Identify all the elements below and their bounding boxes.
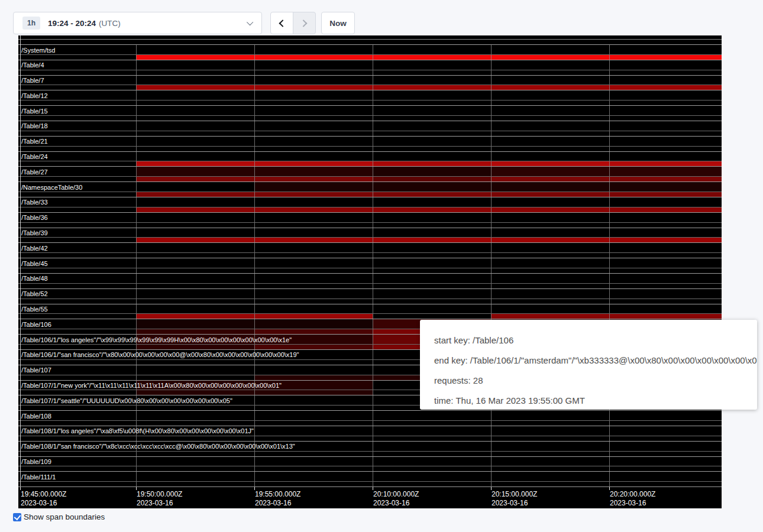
heatmap-cell[interactable] [136,106,254,115]
heatmap-cell[interactable] [254,106,373,115]
heatmap-cell[interactable] [136,268,254,273]
heatmap-cell[interactable] [491,177,609,181]
heatmap-cell[interactable] [491,137,609,146]
heatmap-cell[interactable] [491,90,609,100]
heatmap-cell[interactable] [491,213,609,222]
heatmap-cell[interactable] [18,238,136,242]
heatmap-cell[interactable] [609,426,722,436]
heatmap-cell[interactable] [254,192,373,197]
heatmap-cell[interactable] [254,274,373,283]
heatmap-cell[interactable] [136,55,254,60]
heatmap-cell[interactable] [609,116,722,121]
heatmap-cell[interactable] [254,482,373,486]
heatmap-cell[interactable] [254,116,373,121]
heatmap-cell[interactable] [254,284,373,288]
heatmap-cell[interactable] [254,243,373,252]
heatmap-cell[interactable] [373,314,491,319]
heatmap-cell[interactable] [136,421,254,426]
heatmap-cell[interactable] [373,207,491,212]
heatmap-cell[interactable] [254,314,373,319]
heatmap-cell[interactable] [609,421,722,426]
heatmap-cell[interactable] [373,213,491,222]
heatmap-cell[interactable] [18,329,136,334]
heatmap-cell[interactable] [18,177,136,181]
heatmap-cell[interactable] [18,406,136,410]
heatmap-cell[interactable] [136,85,254,90]
heatmap-cell[interactable] [254,161,373,166]
heatmap-cell[interactable] [254,45,373,54]
heatmap-cell[interactable] [609,253,722,258]
heatmap-cell[interactable] [609,452,722,456]
heatmap-cell[interactable] [136,152,254,161]
heatmap-cell[interactable] [136,274,254,283]
heatmap-cell[interactable] [136,100,254,105]
heatmap-cell[interactable] [136,45,254,54]
heatmap-cell[interactable] [136,213,254,222]
heatmap-cell[interactable] [373,223,491,228]
heatmap-cell[interactable] [373,268,491,273]
heatmap-cell[interactable] [136,436,254,441]
heatmap-cell[interactable] [373,76,491,85]
heatmap-cell[interactable] [254,426,373,436]
heatmap-cell[interactable] [491,182,609,192]
heatmap-cell[interactable] [491,457,609,466]
heatmap-cell[interactable] [491,472,609,481]
heatmap-cell[interactable] [609,289,722,299]
heatmap-cell[interactable] [254,147,373,151]
heatmap-cell[interactable] [373,147,491,151]
heatmap-cell[interactable] [254,299,373,304]
heatmap-cell[interactable] [254,452,373,456]
heatmap-cell[interactable] [373,197,491,207]
heatmap-cell[interactable] [136,253,254,258]
heatmap-cell[interactable] [373,426,491,436]
heatmap-cell[interactable] [373,90,491,100]
heatmap-cell[interactable] [373,152,491,161]
heatmap-cell[interactable] [136,482,254,486]
heatmap-cell[interactable] [136,319,254,329]
heatmap-cell[interactable] [609,442,722,451]
heatmap-cell[interactable] [491,238,609,242]
heatmap-cell[interactable] [254,100,373,105]
heatmap-cell[interactable] [136,167,254,176]
heatmap-cell[interactable] [254,223,373,228]
heatmap-cell[interactable] [254,137,373,146]
heatmap-cell[interactable] [609,121,722,131]
heatmap-cell[interactable] [136,137,254,146]
heatmap-cell[interactable] [491,55,609,60]
heatmap-cell[interactable] [136,365,254,375]
heatmap-cell[interactable] [254,436,373,441]
now-button[interactable]: Now [321,12,355,34]
heatmap-cell[interactable] [136,299,254,304]
heatmap-cell[interactable] [373,70,491,75]
heatmap-cell[interactable] [491,268,609,273]
heatmap-cell[interactable] [373,411,491,420]
heatmap-cell[interactable] [254,375,373,380]
heatmap-cell[interactable] [491,304,609,314]
heatmap-cell[interactable] [491,85,609,90]
heatmap-cell[interactable] [609,207,722,212]
heatmap-cell[interactable] [136,228,254,238]
heatmap-cell[interactable] [609,167,722,176]
heatmap-cell[interactable] [136,76,254,85]
heatmap-cell[interactable] [491,228,609,238]
next-range-button[interactable] [293,12,316,34]
heatmap-cell[interactable] [254,253,373,258]
heatmap-cell[interactable] [18,268,136,273]
heatmap-cell[interactable] [609,76,722,85]
heatmap-cell[interactable] [373,274,491,283]
heatmap-cell[interactable] [254,457,373,466]
heatmap-cell[interactable] [373,121,491,131]
heatmap-cell[interactable] [254,472,373,481]
heatmap-cell[interactable] [491,76,609,85]
heatmap-cell[interactable] [491,192,609,197]
heatmap-cell[interactable] [491,207,609,212]
heatmap-cell[interactable] [373,442,491,451]
heatmap-cell[interactable] [136,90,254,100]
heatmap-cell[interactable] [136,289,254,299]
heatmap-cell[interactable] [609,411,722,420]
heatmap-cell[interactable] [136,284,254,288]
heatmap-cell[interactable] [18,360,136,365]
heatmap-cell[interactable] [254,329,373,334]
heatmap-cell[interactable] [18,284,136,288]
heatmap-cell[interactable] [491,60,609,70]
